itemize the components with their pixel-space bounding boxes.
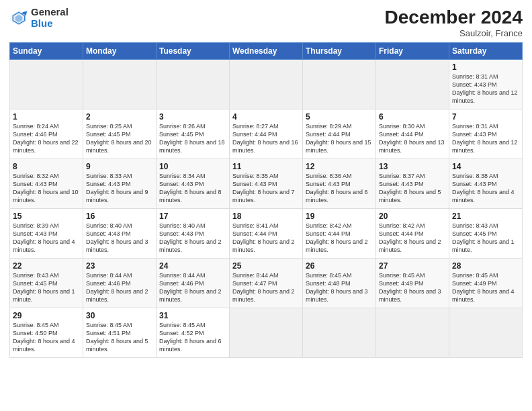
cell-info: Sunrise: 8:44 AMSunset: 4:46 PMDaylight:…	[159, 271, 226, 304]
week-row-3: 15Sunrise: 8:39 AMSunset: 4:43 PMDayligh…	[10, 209, 523, 259]
cell-info: Sunrise: 8:39 AMSunset: 4:43 PMDaylight:…	[13, 222, 80, 255]
day-number: 28	[452, 261, 519, 271]
day-number: 14	[452, 162, 519, 171]
calendar-cell: 13Sunrise: 8:37 AMSunset: 4:43 PMDayligh…	[376, 159, 449, 209]
calendar-cell	[303, 60, 376, 109]
calendar-cell: 17Sunrise: 8:40 AMSunset: 4:43 PMDayligh…	[157, 209, 230, 259]
header-cell-monday: Monday	[83, 43, 157, 60]
logo-icon	[9, 9, 28, 28]
day-number: 10	[159, 162, 226, 171]
day-number: 29	[13, 311, 80, 320]
logo-text: General Blue	[31, 7, 69, 29]
calendar-cell: 8Sunrise: 8:32 AMSunset: 4:43 PMDaylight…	[10, 159, 83, 209]
cell-info: Sunrise: 8:29 AMSunset: 4:44 PMDaylight:…	[306, 122, 373, 155]
day-number: 5	[306, 112, 373, 122]
week-row-5: 29Sunrise: 8:45 AMSunset: 4:50 PMDayligh…	[10, 308, 523, 358]
day-number: 7	[452, 112, 519, 122]
header-cell-saturday: Saturday	[449, 43, 523, 60]
calendar-cell	[83, 60, 157, 109]
cell-info: Sunrise: 8:43 AMSunset: 4:45 PMDaylight:…	[13, 271, 80, 304]
day-number: 20	[379, 212, 446, 221]
calendar-cell: 16Sunrise: 8:40 AMSunset: 4:43 PMDayligh…	[83, 209, 157, 259]
calendar-cell: 28Sunrise: 8:45 AMSunset: 4:49 PMDayligh…	[449, 259, 523, 308]
cell-info: Sunrise: 8:31 AMSunset: 4:43 PMDaylight:…	[452, 73, 519, 105]
calendar-cell: 23Sunrise: 8:44 AMSunset: 4:46 PMDayligh…	[83, 259, 157, 308]
cell-info: Sunrise: 8:45 AMSunset: 4:48 PMDaylight:…	[306, 271, 373, 304]
calendar-cell: 24Sunrise: 8:44 AMSunset: 4:46 PMDayligh…	[157, 259, 230, 308]
cell-info: Sunrise: 8:36 AMSunset: 4:43 PMDaylight:…	[306, 172, 373, 205]
cell-info: Sunrise: 8:34 AMSunset: 4:43 PMDaylight:…	[159, 172, 226, 205]
day-number: 26	[306, 261, 373, 271]
day-number: 9	[86, 162, 153, 171]
calendar-cell: 9Sunrise: 8:33 AMSunset: 4:43 PMDaylight…	[83, 159, 157, 209]
cell-info: Sunrise: 8:43 AMSunset: 4:45 PMDaylight:…	[452, 222, 519, 255]
logo: General Blue	[9, 7, 69, 29]
week-row-0: 1Sunrise: 8:31 AMSunset: 4:43 PMDaylight…	[10, 60, 523, 109]
calendar-cell	[303, 308, 376, 358]
calendar-cell: 22Sunrise: 8:43 AMSunset: 4:45 PMDayligh…	[10, 259, 83, 308]
calendar-cell: 2Sunrise: 8:25 AMSunset: 4:45 PMDaylight…	[83, 109, 157, 159]
day-number: 23	[86, 261, 153, 271]
calendar-cell: 21Sunrise: 8:43 AMSunset: 4:45 PMDayligh…	[449, 209, 523, 259]
cell-info: Sunrise: 8:32 AMSunset: 4:43 PMDaylight:…	[13, 172, 80, 205]
cell-info: Sunrise: 8:24 AMSunset: 4:46 PMDaylight:…	[13, 122, 80, 155]
day-number: 15	[13, 212, 80, 221]
calendar-cell: 1Sunrise: 8:31 AMSunset: 4:43 PMDaylight…	[449, 60, 523, 109]
calendar-cell	[230, 60, 303, 109]
cell-info: Sunrise: 8:44 AMSunset: 4:47 PMDaylight:…	[232, 271, 300, 304]
day-number: 8	[13, 162, 80, 171]
week-row-4: 22Sunrise: 8:43 AMSunset: 4:45 PMDayligh…	[10, 259, 523, 308]
cell-info: Sunrise: 8:33 AMSunset: 4:43 PMDaylight:…	[86, 172, 153, 205]
cell-info: Sunrise: 8:41 AMSunset: 4:44 PMDaylight:…	[232, 222, 300, 255]
calendar-cell: 7Sunrise: 8:31 AMSunset: 4:43 PMDaylight…	[449, 109, 523, 159]
cell-info: Sunrise: 8:45 AMSunset: 4:49 PMDaylight:…	[379, 271, 446, 304]
location: Saulzoir, France	[385, 28, 523, 38]
cell-info: Sunrise: 8:31 AMSunset: 4:43 PMDaylight:…	[452, 122, 519, 155]
cell-info: Sunrise: 8:30 AMSunset: 4:44 PMDaylight:…	[379, 122, 446, 155]
cell-info: Sunrise: 8:45 AMSunset: 4:50 PMDaylight:…	[13, 321, 80, 354]
day-number: 24	[159, 261, 226, 271]
cell-info: Sunrise: 8:35 AMSunset: 4:43 PMDaylight:…	[232, 172, 300, 205]
calendar-cell	[376, 60, 449, 109]
month-title: December 2024	[385, 7, 523, 28]
calendar-cell: 27Sunrise: 8:45 AMSunset: 4:49 PMDayligh…	[376, 259, 449, 308]
calendar-cell	[230, 308, 303, 358]
day-number: 4	[232, 112, 300, 122]
day-number: 12	[306, 162, 373, 171]
header-cell-tuesday: Tuesday	[157, 43, 230, 60]
calendar-cell: 29Sunrise: 8:45 AMSunset: 4:50 PMDayligh…	[10, 308, 83, 358]
calendar-body: 1Sunrise: 8:31 AMSunset: 4:43 PMDaylight…	[10, 60, 523, 358]
calendar-cell: 3Sunrise: 8:26 AMSunset: 4:45 PMDaylight…	[157, 109, 230, 159]
page: General Blue December 2024 Saulzoir, Fra…	[0, 0, 532, 411]
header-cell-friday: Friday	[376, 43, 449, 60]
day-number: 1	[13, 112, 80, 122]
cell-info: Sunrise: 8:45 AMSunset: 4:51 PMDaylight:…	[86, 321, 153, 354]
day-number: 19	[306, 212, 373, 221]
calendar-cell: 15Sunrise: 8:39 AMSunset: 4:43 PMDayligh…	[10, 209, 83, 259]
cell-info: Sunrise: 8:26 AMSunset: 4:45 PMDaylight:…	[159, 122, 226, 155]
cell-info: Sunrise: 8:40 AMSunset: 4:43 PMDaylight:…	[86, 222, 153, 255]
calendar-cell	[449, 308, 523, 358]
calendar-cell: 1Sunrise: 8:24 AMSunset: 4:46 PMDaylight…	[10, 109, 83, 159]
calendar-cell	[10, 60, 83, 109]
day-number: 22	[13, 261, 80, 271]
calendar-cell: 18Sunrise: 8:41 AMSunset: 4:44 PMDayligh…	[230, 209, 303, 259]
cell-info: Sunrise: 8:42 AMSunset: 4:44 PMDaylight:…	[379, 222, 446, 255]
day-number: 1	[452, 62, 519, 72]
calendar-cell	[376, 308, 449, 358]
logo-general-text: General	[31, 7, 69, 18]
week-row-1: 1Sunrise: 8:24 AMSunset: 4:46 PMDaylight…	[10, 109, 523, 159]
day-number: 27	[379, 261, 446, 271]
day-number: 11	[232, 162, 300, 171]
day-number: 3	[159, 112, 226, 122]
calendar-cell	[157, 60, 230, 109]
calendar-cell: 19Sunrise: 8:42 AMSunset: 4:44 PMDayligh…	[303, 209, 376, 259]
cell-info: Sunrise: 8:38 AMSunset: 4:43 PMDaylight:…	[452, 172, 519, 205]
calendar-cell: 20Sunrise: 8:42 AMSunset: 4:44 PMDayligh…	[376, 209, 449, 259]
calendar-cell: 31Sunrise: 8:45 AMSunset: 4:52 PMDayligh…	[157, 308, 230, 358]
header-cell-sunday: Sunday	[10, 43, 83, 60]
title-block: December 2024 Saulzoir, France	[385, 7, 523, 38]
calendar-cell: 11Sunrise: 8:35 AMSunset: 4:43 PMDayligh…	[230, 159, 303, 209]
header-cell-thursday: Thursday	[303, 43, 376, 60]
day-number: 18	[232, 212, 300, 221]
